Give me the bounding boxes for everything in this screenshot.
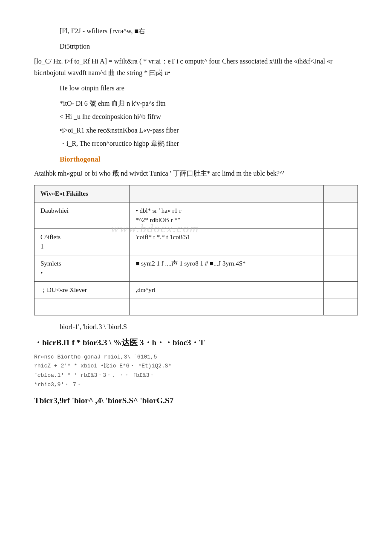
- line2: Dt5trtption: [60, 41, 358, 52]
- code-line1: Rr»nsc Biortho-gonaJ rbiol,3\ ˉ6101,5: [34, 354, 358, 360]
- table-cell-du-val: ,dm^yrl: [130, 281, 324, 298]
- table-header-row: Wiv«E«t Fikiiltes: [35, 185, 358, 202]
- data-table: Wiv«E«t Fikiiltes Daubwhiei • dbl* sr ' …: [34, 185, 358, 315]
- line4: biorl-1', 'biorl.3 \ 'biorl.S: [60, 321, 358, 332]
- table-cell-empty3: [324, 298, 358, 315]
- table-row: ；DU<«re Xlever ,dm^yrl: [35, 281, 358, 298]
- table-header-col2: [130, 185, 324, 202]
- table-cell-ciflets-val: 'coifl* t *.* t 1coi£51: [130, 228, 324, 255]
- table-row: Symlets• ■ sym2 1 f ....声 1 syro8 1 # ■.…: [35, 255, 358, 281]
- code-line3: ˉcbloa.1' * ˡ rb£&3・3・. ・・ fb£&3・: [34, 371, 358, 379]
- line6: Tbicr3,9rf 'bior^ ,4\ 'biorS.S^ 'biorG.S…: [34, 394, 358, 407]
- table-row-empty: [35, 298, 358, 315]
- table-row: C^iflets1 'coifl* t *.* t 1coi£51: [35, 228, 358, 255]
- table-cell-symlets-extra: [324, 255, 358, 281]
- bullet2: < Hi _u lhe decoinposkion hi^b fifrw: [60, 111, 358, 122]
- bullet1: *itO- Di 6 號 ehm 血归 n k'v-pa^s fltn: [60, 98, 358, 109]
- line5: ・bicrB.l1 f * bior3.3 \ %达医 3・h・・bioc3・T: [34, 336, 358, 349]
- table-row: Daubwhiei • dbl* sr ' ha« r1 r*^2* rdblO…: [35, 202, 358, 228]
- table-header-col3: [324, 185, 358, 202]
- code-line2: rhicZ + 2'* * xbioi •比io E*G・ *Et)iQ2.S*: [34, 362, 358, 370]
- table-cell-empty1: [35, 298, 130, 315]
- table-cell-du: ；DU<«re Xlever: [35, 281, 130, 298]
- table-header-col1: Wiv«E«t Fikiiltes: [35, 185, 130, 202]
- table-cell-ciflets-extra: [324, 228, 358, 255]
- table-cell-daubwhiei-val: • dbl* sr ' ha« r1 r*^2* rdblOB r *": [130, 202, 324, 228]
- table-cell-symlets-val: ■ sym2 1 f ....声 1 syro8 1 # ■...J 3yrn.…: [130, 255, 324, 281]
- table-cell-daubwhiei-extra: [324, 202, 358, 228]
- table-cell-symlets: Symlets•: [35, 255, 130, 281]
- para1: [lo_C/ Hz. t>f to_Rf Hi A] = wfilt&ra ( …: [34, 56, 358, 78]
- table-cell-daubwhiei: Daubwhiei: [35, 202, 130, 228]
- line3: He low otnpin filers are: [60, 83, 358, 94]
- table-cell-ciflets: C^iflets1: [35, 228, 130, 255]
- section-title: Biorthogonal: [60, 155, 358, 164]
- line1: [Fl, F2J - wfilters {rvra^w, ■右: [60, 26, 358, 37]
- bullet4: ・i_R, The rrcon^oructico higbp 章鹂 fiher: [60, 138, 358, 149]
- table-cell-empty2: [130, 298, 324, 315]
- para2: Ataihbk mh«gpuJ or bi who 戢 nd wivdct Tu…: [34, 168, 358, 179]
- code-line4: *rbio3,9'・ 7・: [34, 381, 358, 388]
- bullet3: •i>oi_R1 xhe rec&nstnKboa L«v-pass fiber: [60, 125, 358, 136]
- table-cell-du-extra: [324, 281, 358, 298]
